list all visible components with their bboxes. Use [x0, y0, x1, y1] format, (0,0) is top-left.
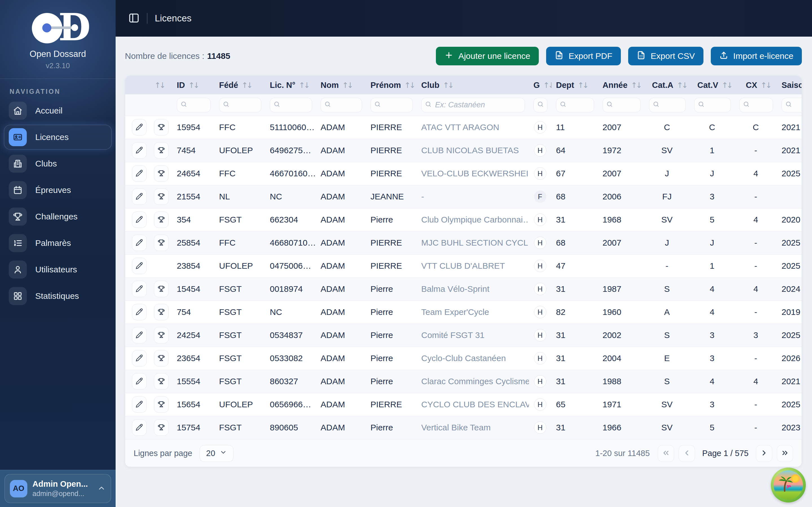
sidebar-item-challenges[interactable]: Challenges	[4, 204, 112, 229]
export-pdf-button[interactable]: Export PDF	[546, 47, 621, 65]
palmares-button[interactable]	[154, 396, 168, 413]
column-header-prenom: Prénom↑↓	[366, 76, 417, 94]
cell-cx: -	[735, 185, 777, 208]
edit-button[interactable]	[132, 119, 147, 135]
filter-prenom-input[interactable]	[384, 100, 409, 110]
edit-button[interactable]	[132, 212, 147, 228]
cell-prenom: PIERRE	[366, 231, 417, 255]
sort-icon[interactable]: ↑↓	[299, 81, 309, 90]
filter-fede-input[interactable]	[232, 100, 258, 110]
club-link[interactable]: VELO-CLUB ECKWERSHEIM	[417, 162, 529, 185]
club-link[interactable]: Comité FSGT 31	[417, 324, 529, 347]
user-menu[interactable]: AO Admin Open... admin@opend...	[4, 474, 111, 503]
sidebar-item-epreuves[interactable]: Épreuves	[4, 178, 112, 203]
club-link[interactable]: Cyclo-Club Castanéen	[417, 347, 529, 370]
first-page-button[interactable]	[658, 445, 674, 462]
filter-annee-input[interactable]	[616, 100, 637, 110]
column-header-nom: Nom↑↓	[316, 76, 366, 94]
edit-button[interactable]	[132, 304, 147, 320]
club-link[interactable]: Club Olympique Carbonnai…	[417, 208, 529, 231]
import-elicence-button[interactable]: Import e-licence	[711, 47, 802, 65]
club-link[interactable]: Clarac Comminges Cyclisme	[417, 370, 529, 393]
club-link[interactable]: CYCLO CLUB DES ENCLAV…	[417, 393, 529, 416]
edit-button[interactable]	[132, 281, 147, 297]
filter-club-input[interactable]	[435, 100, 521, 110]
edit-button[interactable]	[132, 165, 147, 182]
sort-icon[interactable]: ↑↓	[242, 81, 252, 90]
filter-nom-input[interactable]	[334, 100, 358, 110]
sort-icon[interactable]: ↑↓	[631, 81, 641, 90]
previous-page-button[interactable]	[679, 445, 695, 462]
club-link[interactable]: ATAC VTT ARAGON	[417, 116, 529, 139]
sort-icon[interactable]: ↑↓	[154, 81, 164, 90]
column-header-annee: Année↑↓	[598, 76, 645, 94]
palmares-button[interactable]	[154, 119, 168, 135]
edit-button[interactable]	[132, 396, 147, 413]
palmares-button[interactable]	[154, 373, 168, 390]
sidebar-item-statistiques[interactable]: Statistiques	[4, 284, 112, 308]
club-link[interactable]: -	[417, 185, 529, 208]
filter-id-input[interactable]	[190, 100, 207, 110]
edit-button[interactable]	[132, 373, 147, 390]
sidebar-item-palmares[interactable]: Palmarès	[4, 231, 112, 256]
trophy-icon	[158, 123, 165, 131]
filter-cx-input[interactable]	[753, 100, 769, 110]
rows-per-page-select[interactable]: 20	[200, 445, 234, 462]
filter-saison-input[interactable]	[795, 100, 802, 110]
filter-lic-input[interactable]	[283, 100, 308, 110]
sort-icon[interactable]: ↑↓	[188, 81, 198, 90]
sidebar-item-licences[interactable]: Licences	[4, 125, 112, 150]
filter-cat_a-input[interactable]	[662, 100, 682, 110]
palmares-button[interactable]	[154, 419, 168, 436]
last-page-button[interactable]	[777, 445, 793, 462]
filter-g-input[interactable]	[547, 100, 550, 110]
export-csv-button[interactable]: Export CSV	[628, 47, 703, 65]
cell-actions	[125, 185, 172, 208]
sort-icon[interactable]: ↑↓	[404, 81, 414, 90]
sidebar-item-accueil[interactable]: Accueil	[4, 98, 112, 123]
club-link[interactable]: Vertical Bike Team	[417, 416, 529, 439]
palmares-button[interactable]	[154, 281, 168, 297]
club-link[interactable]: CLUB NICOLAS BUETAS	[417, 139, 529, 162]
club-link[interactable]: Team Exper'Cycle	[417, 300, 529, 324]
filter-dept-input[interactable]	[569, 100, 591, 110]
edit-button[interactable]	[132, 235, 147, 251]
sidebar-item-clubs[interactable]: Clubs	[4, 151, 112, 176]
club-link[interactable]: MJC BUHL SECTION CYCL…	[417, 231, 529, 255]
edit-button[interactable]	[132, 258, 147, 274]
edit-button[interactable]	[132, 327, 147, 343]
sort-icon[interactable]: ↑↓	[443, 81, 453, 90]
island-icon[interactable]	[771, 467, 806, 503]
sort-icon[interactable]: ↑↓	[543, 81, 552, 90]
sort-icon[interactable]: ↑↓	[577, 81, 587, 90]
palmares-button[interactable]	[154, 350, 168, 367]
sort-icon[interactable]: ↑↓	[342, 81, 352, 90]
add-licence-button[interactable]: Ajouter une licence	[436, 47, 539, 65]
club-link[interactable]: Balma Vélo-Sprint	[417, 277, 529, 300]
club-link[interactable]: VTT CLUB D'ALBRET	[417, 255, 529, 277]
cell-cx: -	[735, 416, 777, 439]
palmares-button[interactable]	[154, 212, 168, 228]
cell-nom: ADAM	[316, 347, 366, 370]
sort-icon[interactable]: ↑↓	[761, 81, 770, 90]
sort-icon[interactable]: ↑↓	[721, 81, 731, 90]
cell-nom: ADAM	[316, 393, 366, 416]
palmares-button[interactable]	[154, 327, 168, 343]
palmares-button[interactable]	[154, 235, 168, 251]
edit-button[interactable]	[132, 142, 147, 159]
sidebar-toggle-button[interactable]	[128, 12, 140, 24]
palmares-button[interactable]	[154, 188, 168, 205]
palmares-button[interactable]	[154, 165, 168, 182]
sort-icon[interactable]: ↑↓	[677, 81, 687, 90]
palmares-button[interactable]	[154, 142, 168, 159]
edit-button[interactable]	[132, 188, 147, 205]
table-row: 15454FSGT0018974ADAMPierreBalma Vélo-Spr…	[125, 277, 802, 300]
filter-cat_v-input[interactable]	[707, 100, 727, 110]
gender-badge: H	[534, 283, 546, 295]
edit-button[interactable]	[132, 350, 147, 367]
sidebar-item-utilisateurs[interactable]: Utilisateurs	[4, 257, 112, 282]
cell-cat_a: SV	[645, 139, 690, 162]
edit-button[interactable]	[132, 419, 147, 436]
next-page-button[interactable]	[756, 445, 772, 462]
palmares-button[interactable]	[154, 304, 168, 320]
